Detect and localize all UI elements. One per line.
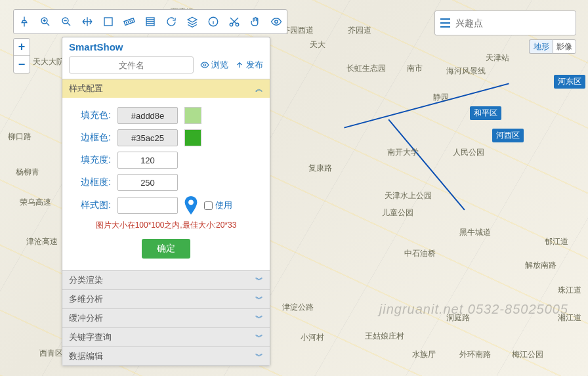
section-multidim[interactable]: 多维分析 ︾ (62, 289, 270, 308)
search-input[interactable] (455, 18, 570, 28)
map-label: 津淀公路 (282, 302, 314, 313)
border-color-label: 边框色: (74, 132, 111, 144)
section-dataedit-label: 数据编辑 (69, 350, 103, 362)
section-style[interactable]: 样式配置 ︽ (62, 79, 270, 98)
fill-color-swatch[interactable] (184, 107, 201, 124)
map-label: 天津站 (486, 52, 509, 64)
measure-icon[interactable] (123, 15, 136, 28)
map-label: 南开大学 (387, 147, 419, 158)
search-bar (434, 10, 576, 35)
marker-icon (184, 196, 198, 215)
metro-line (344, 83, 509, 128)
publish-button[interactable]: 发布 (235, 59, 263, 71)
map-label: 杨柳青 (16, 167, 39, 178)
fill-opacity-label: 填充度: (74, 154, 111, 166)
map-label: 海河风景线 (446, 66, 486, 77)
map-label: 芥园道 (348, 25, 371, 36)
use-checkbox[interactable] (204, 201, 213, 210)
section-dataedit[interactable]: 数据编辑 ︾ (62, 346, 270, 366)
refresh-icon[interactable] (165, 15, 178, 28)
zoom-out-icon[interactable] (60, 15, 73, 28)
district-badge[interactable]: 河西区 (492, 129, 524, 142)
map-label: 南市 (407, 63, 423, 74)
map-label: 柳口路 (8, 131, 32, 142)
map-label: 中石油桥 (404, 248, 436, 259)
section-keyword[interactable]: 关键字查询 ︾ (62, 327, 270, 346)
map-label: 王姑娘庄村 (365, 331, 404, 342)
ok-button[interactable]: 确定 (142, 239, 190, 259)
fill-color-input[interactable] (117, 107, 178, 124)
border-color-input[interactable] (117, 129, 178, 146)
map-label: 静园 (433, 92, 449, 103)
style-image-input[interactable] (117, 197, 178, 214)
chevron-up-icon: ︽ (255, 83, 263, 94)
basemap-terrain[interactable]: 地形 (529, 39, 553, 54)
border-width-label: 边框度: (74, 177, 111, 188)
map-label: 小河村 (301, 332, 324, 343)
map-label: 荣乌高速 (20, 197, 51, 208)
map-label: 天津水上公园 (385, 190, 432, 201)
zoom-in-button[interactable]: + (14, 39, 30, 56)
basemap-toggle: 地形 影像 (529, 39, 576, 54)
watermark: jingruanit.net 0532-85025005 (379, 302, 568, 317)
toolbar (13, 9, 287, 34)
basemap-imagery[interactable]: 影像 (553, 39, 576, 54)
section-classify-label: 分类渲染 (69, 274, 103, 286)
side-panel: SmartShow 浏览 发布 样式配置 ︽ 填充色: 边框色: 填充度: (62, 37, 270, 366)
publish-label: 发布 (246, 59, 263, 71)
filename-input[interactable] (69, 56, 194, 73)
zoom-in-icon[interactable] (39, 15, 52, 28)
section-buffer[interactable]: 缓冲分析 ︾ (62, 308, 270, 327)
image-hint: 图片大小在100*100之内,最佳大小:20*33 (74, 220, 258, 231)
fill-opacity-input[interactable] (117, 152, 178, 169)
map-label: 珠江道 (558, 285, 581, 296)
map-label: 复康路 (308, 163, 332, 174)
svg-point-8 (275, 20, 278, 24)
map-label: 长虹生态园 (346, 63, 386, 74)
map-label: 西青区 (39, 348, 63, 359)
info-icon[interactable] (207, 15, 220, 28)
section-multidim-label: 多维分析 (69, 293, 103, 305)
map-label: 黑牛城道 (459, 227, 491, 238)
svg-point-10 (188, 199, 194, 205)
map-label: 儿童公园 (382, 207, 413, 219)
map-label: 天大大院 (33, 56, 64, 68)
use-checkbox-wrap[interactable]: 使用 (204, 199, 241, 211)
border-width-input[interactable] (117, 174, 178, 191)
menu-icon[interactable] (440, 18, 450, 28)
use-label: 使用 (215, 199, 232, 211)
cut-icon[interactable] (228, 15, 241, 28)
style-image-label: 样式图: (74, 199, 111, 211)
fill-color-label: 填充色: (74, 110, 111, 121)
hand-icon[interactable] (249, 15, 262, 28)
map-label: 郁江道 (545, 236, 568, 247)
zoom-control: + − (13, 38, 30, 73)
map-label: 津沧高速 (26, 236, 58, 247)
section-classify[interactable]: 分类渲染 ︾ (62, 270, 270, 289)
layers-icon[interactable] (186, 15, 199, 28)
border-color-swatch[interactable] (184, 129, 201, 146)
chevron-down-icon: ︾ (255, 313, 263, 324)
section-style-label: 样式配置 (69, 83, 103, 94)
map-label: 天大 (310, 39, 326, 51)
section-keyword-label: 关键字查询 (69, 331, 112, 343)
svg-rect-3 (124, 18, 135, 26)
preview-button[interactable]: 浏览 (200, 59, 228, 71)
style-form: 填充色: 边框色: 填充度: 边框度: 样式图: 使用 图片大小在100*100 (62, 98, 270, 270)
area-icon[interactable] (144, 15, 157, 28)
pan-icon[interactable] (81, 15, 94, 28)
chevron-down-icon: ︾ (255, 332, 263, 343)
map-label: 人民公园 (453, 147, 484, 158)
district-badge[interactable]: 和平区 (470, 106, 501, 120)
map-label: 外环南路 (459, 349, 491, 360)
chevron-down-icon: ︾ (255, 294, 263, 305)
pin-icon[interactable] (18, 15, 31, 28)
svg-point-9 (203, 64, 206, 66)
svg-rect-2 (104, 18, 112, 26)
fullextent-icon[interactable] (102, 15, 115, 28)
eye-icon[interactable] (270, 15, 283, 28)
chevron-down-icon: ︾ (255, 351, 263, 362)
zoom-out-button[interactable]: − (14, 56, 30, 73)
panel-title: SmartShow (62, 37, 270, 56)
district-badge[interactable]: 河东区 (554, 75, 585, 89)
